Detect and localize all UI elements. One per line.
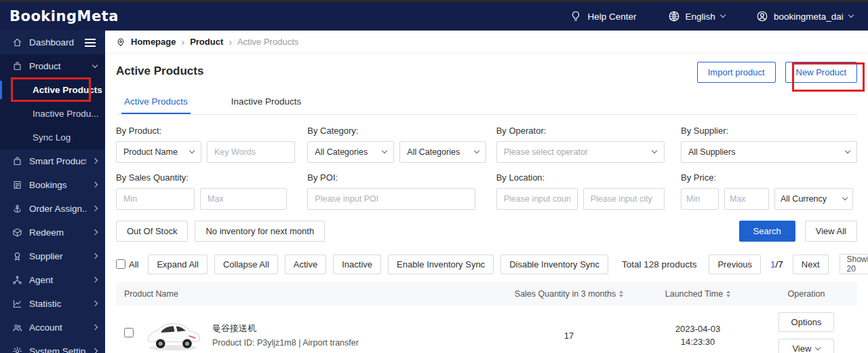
operation-cell: Options View [755, 312, 857, 353]
select-all-control[interactable]: All [116, 259, 138, 270]
tab-active-products[interactable]: Active Products [121, 92, 191, 114]
sidebar-section-product: Product Active Products Inactive Produ..… [0, 54, 105, 149]
next-page-button[interactable]: Next [793, 255, 829, 274]
filter-label: By Location: [496, 172, 674, 183]
sidebar-item-product[interactable]: Product [0, 54, 105, 78]
select-value: Product Name [123, 147, 178, 157]
breadcrumb-product[interactable]: Product [190, 37, 223, 47]
launched-date: 2023-04-03 [675, 322, 721, 336]
expand-all-button[interactable]: Expand All [148, 255, 207, 274]
user-menu[interactable]: bookingmeta_dai [756, 10, 853, 22]
category-select-1[interactable]: All Categories [307, 141, 394, 163]
new-product-button[interactable]: New Product [785, 62, 857, 83]
smart-product-icon [12, 156, 22, 166]
divider: | [298, 338, 300, 348]
sidebar-item-statistic[interactable]: Statistic [0, 292, 105, 316]
brand-logo: BookingMeta [9, 8, 119, 24]
account-icon [12, 322, 22, 333]
sidebar-item-label: Product [29, 61, 86, 71]
page-size-value: Showing 20 [847, 255, 868, 274]
select-value: All Suppliers [688, 147, 735, 157]
sidebar-item-label: Bookings [29, 180, 86, 190]
breadcrumb-separator: › [229, 37, 232, 48]
column-sales-quantity[interactable]: Sales Quantity in 3 months [498, 289, 640, 299]
chevron-right-icon [92, 348, 98, 353]
options-button[interactable]: Options [778, 312, 834, 332]
help-center-link[interactable]: Help Center [570, 10, 636, 22]
column-label: Operation [788, 289, 825, 299]
collapse-menu-icon[interactable] [85, 42, 96, 43]
country-input[interactable] [496, 188, 578, 210]
previous-page-button[interactable]: Previous [709, 255, 761, 274]
sidebar-item-dashboard[interactable]: Dashboard [0, 31, 105, 54]
sidebar-subitem-inactive-products[interactable]: Inactive Produ... [0, 102, 105, 126]
main-content: Homepage › Product › Active Products Act… [105, 31, 868, 353]
disable-inventory-sync-button[interactable]: Disable Inventory Sync [500, 255, 608, 274]
sidebar-item-label: Supplier [29, 251, 86, 261]
chevron-down-icon [92, 62, 98, 69]
page-size-select[interactable]: Showing 20 [840, 254, 868, 274]
import-product-button[interactable]: Import product [697, 62, 776, 83]
city-input[interactable] [583, 188, 665, 210]
search-button[interactable]: Search [739, 221, 795, 242]
agent-icon [12, 275, 22, 285]
currency-select[interactable]: All Currency [774, 188, 853, 210]
no-inventory-button[interactable]: No inventory for next month [195, 221, 325, 242]
sidebar-item-redeem[interactable]: Redeem [0, 221, 105, 244]
category-select-2[interactable]: All Categories [399, 141, 486, 163]
sidebar-item-label: Order Assign... [29, 204, 86, 214]
chevron-down-icon [815, 345, 821, 351]
top-navbar: BookingMeta Help Center English bookingm… [0, 2, 868, 31]
sort-icon[interactable] [619, 291, 623, 297]
breadcrumb-homepage[interactable]: Homepage [131, 37, 176, 47]
sidebar-item-bookings[interactable]: Bookings [0, 173, 105, 197]
supplier-select[interactable]: All Suppliers [681, 141, 857, 163]
breadcrumb-separator: › [181, 37, 184, 48]
sales-quantity-max-input[interactable] [200, 188, 287, 210]
sidebar-item-order-assign[interactable]: Order Assign... [0, 197, 105, 221]
product-name[interactable]: 曼谷接送机 [212, 321, 359, 336]
sidebar-item-smart-product[interactable]: Smart Product [0, 149, 105, 173]
active-button[interactable]: Active [285, 255, 326, 274]
sales-quantity-min-input[interactable] [116, 188, 195, 210]
select-all-checkbox[interactable] [116, 259, 125, 269]
inactive-button[interactable]: Inactive [333, 255, 381, 274]
breadcrumb: Homepage › Product › Active Products [105, 31, 868, 54]
products-table: Product Name Sales Quantity in 3 months … [116, 282, 857, 353]
view-all-button[interactable]: View All [805, 221, 857, 242]
chevron-down-icon [845, 148, 851, 154]
view-button[interactable]: View [778, 339, 834, 353]
sidebar-item-account[interactable]: Account [0, 316, 105, 339]
price-min-input[interactable] [681, 188, 719, 210]
collapse-all-button[interactable]: Collapse All [214, 255, 278, 274]
sidebar-subitem-active-products[interactable]: Active Products [0, 78, 105, 102]
order-assign-icon [12, 204, 22, 214]
total-pages: 7 [778, 259, 783, 270]
column-launched-time[interactable]: Launched Time [640, 289, 755, 299]
sidebar-subitem-label: Sync Log [33, 132, 71, 143]
poi-input[interactable] [307, 188, 475, 210]
filter-by-product: By Product: Product Name [116, 126, 300, 163]
filter-by-location: By Location: [496, 172, 674, 210]
username-label: bookingmeta_dai [774, 12, 844, 22]
select-value: All Categories [407, 147, 460, 157]
launched-time-value: 2023-04-03 14:23:30 [640, 322, 755, 349]
row-checkbox[interactable] [124, 328, 134, 337]
price-max-input[interactable] [724, 188, 769, 210]
column-operation: Operation [755, 289, 857, 299]
out-of-stock-button[interactable]: Out Of Stock [116, 221, 188, 242]
sidebar-item-supplier[interactable]: Supplier [0, 244, 105, 268]
keywords-input[interactable] [207, 141, 295, 163]
language-selector[interactable]: English [668, 10, 725, 22]
total-products-count: Total 128 products [622, 259, 696, 270]
enable-inventory-sync-button[interactable]: Enable Inventory Sync [388, 255, 494, 274]
filter-label: By Product: [116, 126, 300, 136]
sidebar-item-agent[interactable]: Agent [0, 268, 105, 292]
sort-icon[interactable] [726, 291, 730, 297]
sidebar-subitem-sync-log[interactable]: Sync Log [0, 126, 105, 149]
sidebar-item-system-setting[interactable]: System Setting [0, 339, 105, 353]
tab-inactive-products[interactable]: Inactive Products [229, 92, 304, 114]
product-name-select[interactable]: Product Name [116, 141, 201, 163]
chevron-down-icon [842, 195, 848, 201]
operator-select[interactable]: Please select operator [496, 141, 665, 163]
